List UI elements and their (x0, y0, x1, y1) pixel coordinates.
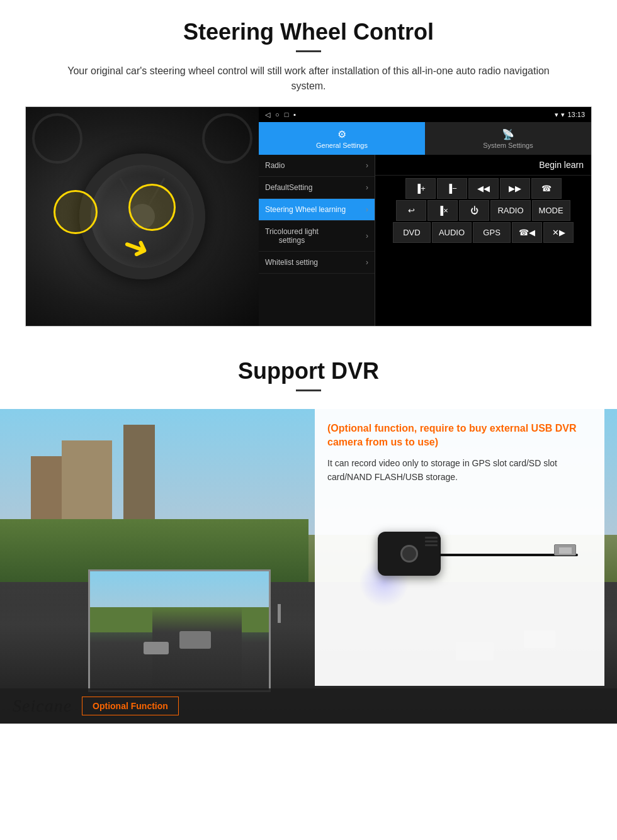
dvr-product-image (327, 494, 592, 632)
dvr-title: Support DVR (25, 358, 592, 384)
dvr-camera-background: (Optional function, require to buy exter… (0, 409, 617, 724)
tab-system-label: System Settings (483, 142, 533, 149)
dvr-divider (296, 389, 321, 391)
skip-button[interactable]: ✕▶ (543, 222, 574, 243)
controls-area: Begin learn ▐+ ▐− ◀◀ ▶▶ ☎ (375, 155, 591, 326)
wifi-icon: ▾ (561, 111, 565, 119)
dvr-desc-text: It can record video only to storage in G… (327, 456, 592, 484)
menu-item-radio[interactable]: Radio › (259, 155, 375, 177)
menu-arrow-tricoloured: › (366, 232, 368, 240)
inset-truck (179, 631, 211, 649)
control-row-1: ▐+ ▐− ◀◀ ▶▶ ☎ (378, 178, 589, 199)
menu-item-radio-label: Radio (265, 161, 285, 170)
menu-item-defaultsetting[interactable]: DefaultSetting › (259, 177, 375, 199)
road-marking-2 (278, 604, 281, 623)
vent-3 (425, 544, 438, 546)
menu-item-whitelist[interactable]: Whitelist setting › (259, 252, 375, 274)
inset-car (144, 642, 169, 654)
dvr-optional-text: (Optional function, require to buy exter… (327, 422, 592, 450)
gear-icon: ⚙ (337, 128, 346, 140)
radio-button[interactable]: RADIO (490, 200, 530, 221)
menu-button[interactable]: ▪ (293, 111, 296, 119)
settings-tabs: ⚙ General Settings 📡 System Settings (259, 122, 591, 155)
begin-learn-button[interactable]: Begin learn (539, 160, 584, 170)
menu-item-tricoloured[interactable]: Tricoloured lightsettings › (259, 221, 375, 252)
dvr-title-area: Support DVR (0, 339, 617, 409)
menu-arrow-steering: › (366, 205, 368, 214)
menu-item-steering-label: Steering Wheel learning (265, 205, 346, 214)
call-button[interactable]: ☎ (531, 178, 562, 199)
signal-icon: ▾ (555, 111, 558, 119)
dvd-button[interactable]: DVD (393, 222, 431, 243)
optional-function-badge: Optional Function (82, 697, 179, 715)
control-buttons-grid: ▐+ ▐− ◀◀ ▶▶ ☎ ↩ ▐× ⏻ RADIO (375, 176, 591, 326)
steering-wheel-image: ➜ (26, 107, 259, 326)
steering-section: Steering Wheel Control Your original car… (0, 0, 617, 339)
vent-2 (425, 540, 438, 542)
seicane-logo: Seicane (13, 696, 72, 716)
menu-arrow-whitelist: › (366, 258, 368, 267)
menu-item-whitelist-label: Whitelist setting (265, 258, 318, 267)
clock: 13:13 (567, 111, 585, 118)
settings-menu-list: Radio › DefaultSetting › Steering Wheel … (259, 155, 375, 326)
dvr-camera-lens (400, 545, 418, 563)
android-main: ⚙ General Settings 📡 System Settings Rad… (259, 122, 591, 326)
highlight-circle-right (128, 184, 176, 231)
wheel-background: ➜ (26, 107, 259, 326)
power-button[interactable]: ⏻ (459, 200, 489, 221)
seicane-bar: Seicane Optional Function (0, 688, 617, 724)
vol-down-button[interactable]: ▐− (437, 178, 467, 199)
dvr-inset-inner (90, 571, 269, 690)
mode-button[interactable]: MODE (532, 200, 570, 221)
tab-general-settings[interactable]: ⚙ General Settings (259, 122, 425, 155)
system-icon: 📡 (502, 128, 514, 140)
page-title: Steering Wheel Control (25, 19, 592, 45)
usb-port (559, 547, 572, 554)
hangup-button[interactable]: ↩ (396, 200, 426, 221)
dvr-section: Support DVR (0, 339, 617, 724)
tab-general-label: General Settings (316, 142, 368, 149)
android-panel: ◁ ○ □ ▪ ▾ ▾ 13:13 ⚙ General Settings (259, 107, 591, 326)
dvr-inset-image (88, 569, 271, 692)
tab-system-settings[interactable]: 📡 System Settings (425, 122, 591, 155)
menu-item-default-label: DefaultSetting (265, 183, 312, 192)
menu-arrow-default: › (366, 183, 368, 192)
mute-button[interactable]: ▐× (427, 200, 458, 221)
status-icons: ▾ ▾ 13:13 (555, 111, 585, 119)
usb-connector (554, 544, 576, 556)
next-button[interactable]: ▶▶ (500, 178, 530, 199)
settings-content-area: Radio › DefaultSetting › Steering Wheel … (259, 155, 591, 326)
gps-button[interactable]: GPS (473, 222, 511, 243)
home-button[interactable]: ○ (275, 111, 280, 119)
dvr-info-box: (Optional function, require to buy exter… (315, 409, 604, 686)
control-row-2: ↩ ▐× ⏻ RADIO MODE (378, 200, 589, 221)
menu-arrow-radio: › (366, 161, 368, 170)
recent-button[interactable]: □ (285, 111, 289, 119)
vol-up-button[interactable]: ▐+ (405, 178, 436, 199)
vent-1 (425, 537, 438, 539)
prev-button[interactable]: ◀◀ (468, 178, 499, 199)
control-row-3: DVD AUDIO GPS ☎◀ ✕▶ (378, 222, 589, 243)
dvr-scene: (Optional function, require to buy exter… (0, 409, 617, 724)
menu-item-steering-wheel-learning[interactable]: Steering Wheel learning › (259, 199, 375, 221)
steering-composite: ➜ ◁ ○ □ ▪ ▾ ▾ 13:13 (25, 106, 592, 327)
title-divider (296, 50, 321, 52)
begin-learn-row: Begin learn (375, 155, 591, 176)
building-3 (123, 425, 155, 525)
section-description: Your original car's steering wheel contr… (50, 64, 567, 94)
android-status-bar: ◁ ○ □ ▪ ▾ ▾ 13:13 (259, 107, 591, 122)
menu-item-tricoloured-label: Tricoloured lightsettings (265, 227, 319, 245)
back-button[interactable]: ◁ (265, 111, 270, 119)
building-2 (62, 440, 112, 522)
audio-button[interactable]: AUDIO (432, 222, 472, 243)
call-prev-button[interactable]: ☎◀ (512, 222, 542, 243)
dvr-camera-body (378, 532, 441, 576)
nav-buttons: ◁ ○ □ ▪ (265, 111, 296, 119)
